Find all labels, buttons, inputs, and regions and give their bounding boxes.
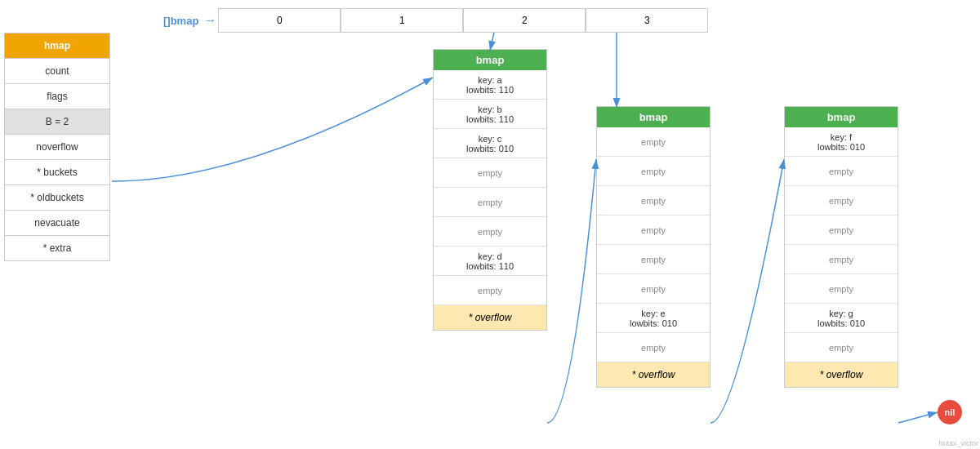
array-cell-3: 3 [586, 8, 708, 33]
bmap-cell-2-2: empty [597, 186, 710, 216]
bmap-cell-2-3: empty [597, 216, 710, 245]
array-cell-0: 0 [218, 8, 341, 33]
bmap-cell-1-6: key: dlowbits: 110 [434, 247, 546, 276]
sidebar-item-nevacuate: nevacuate [5, 211, 109, 236]
bmap-cell-1-0: key: alowbits: 110 [434, 70, 546, 100]
sidebar-item-oldbuckets: * oldbuckets [5, 185, 109, 211]
bmap-cell-1-2: key: clowbits: 010 [434, 129, 546, 158]
bmap-cell-3-5: empty [785, 274, 898, 304]
sidebar: hmap count flags B = 2 noverflow * bucke… [4, 33, 110, 261]
array-header: []bmap → 0 1 2 3 [163, 8, 708, 33]
bmap-cell-2-0: empty [597, 127, 710, 157]
bmap-overflow-1: * overflow [434, 305, 546, 330]
sidebar-item-count: count [5, 59, 109, 84]
bmap-cell-2-4: empty [597, 245, 710, 274]
sidebar-item-extra: * extra [5, 236, 109, 260]
bmap-cell-3-2: empty [785, 186, 898, 216]
bmap-cell-3-1: empty [785, 157, 898, 186]
sidebar-item-buckets: * buckets [5, 160, 109, 185]
bmap-cell-3-4: empty [785, 245, 898, 274]
bmap-cell-3-7: empty [785, 333, 898, 362]
sidebar-item-hmap: hmap [5, 33, 109, 59]
array-cell-1: 1 [341, 8, 463, 33]
svg-line-2 [898, 412, 938, 423]
bmap-cell-1-4: empty [434, 188, 546, 217]
bmap-block-3: bmap key: flowbits: 010 empty empty empt… [784, 106, 898, 388]
bmap-cell-1-7: empty [434, 276, 546, 305]
bmap-cell-1-1: key: blowbits: 110 [434, 100, 546, 129]
bmap-cell-1-5: empty [434, 217, 546, 247]
bmap-cell-2-6: key: elowbits: 010 [597, 304, 710, 333]
bmap-cell-3-0: key: flowbits: 010 [785, 127, 898, 157]
array-cell-2: 2 [463, 8, 586, 33]
bmap-header-3: bmap [785, 107, 898, 127]
array-pointer-arrow: → [203, 13, 216, 28]
bmap-cell-2-7: empty [597, 333, 710, 362]
bmap-overflow-2: * overflow [597, 362, 710, 387]
bmap-cell-2-5: empty [597, 274, 710, 304]
bmap-cell-3-3: empty [785, 216, 898, 245]
bmap-overflow-3: * overflow [785, 362, 898, 387]
bmap-cell-1-3: empty [434, 158, 546, 188]
nil-badge: nil [938, 400, 962, 425]
bmap-block-1: bmap key: alowbits: 110 key: blowbits: 1… [433, 49, 547, 331]
sidebar-item-flags: flags [5, 84, 109, 109]
bmap-cell-2-1: empty [597, 157, 710, 186]
bmap-block-2: bmap empty empty empty empty empty empty… [596, 106, 710, 388]
bmap-header-1: bmap [434, 50, 546, 70]
array-label: []bmap [163, 15, 198, 27]
array-cells: 0 1 2 3 [218, 8, 708, 33]
sidebar-item-b: B = 2 [5, 109, 109, 135]
bmap-header-2: bmap [597, 107, 710, 127]
bmap-cell-3-6: key: glowbits: 010 [785, 304, 898, 333]
sidebar-item-noverflow: noverflow [5, 135, 109, 160]
watermark: hutax_victor [938, 439, 978, 447]
svg-line-1 [490, 33, 494, 51]
